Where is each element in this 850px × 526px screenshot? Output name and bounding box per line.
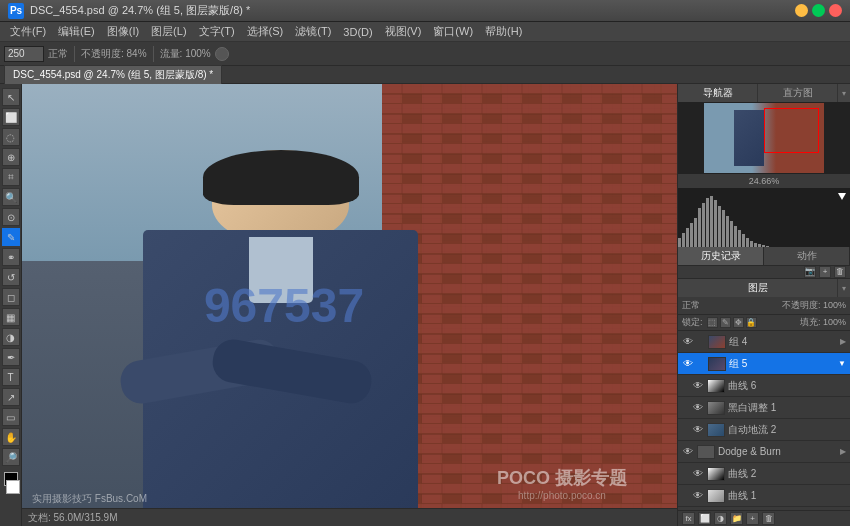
panel-collapse-btn[interactable]: ▾ <box>838 87 850 99</box>
svg-rect-25 <box>742 234 745 247</box>
path-select-tool[interactable]: ↗ <box>2 388 20 406</box>
layers-collapse-btn[interactable]: ▾ <box>838 282 850 294</box>
menu-3d[interactable]: 3D(D) <box>337 24 378 40</box>
lock-move-btn[interactable]: ✥ <box>733 317 744 328</box>
layers-toolbar: fx ⬜ ◑ 📁 + 🗑 <box>678 510 850 526</box>
toolbox: ↖ ⬜ ◌ ⊕ ⌗ 🔍 ⊙ ✎ ⚭ ↺ ◻ ▦ ◑ ✒ T ↗ ▭ ✋ 🔎 <box>0 84 22 526</box>
zoom-tool[interactable]: 🔎 <box>2 448 20 466</box>
new-state-btn[interactable]: + <box>819 266 831 278</box>
visibility-eye-icon[interactable]: 👁 <box>692 402 704 414</box>
maximize-button[interactable] <box>812 4 825 17</box>
lock-transparent-btn[interactable]: ⬚ <box>707 317 718 328</box>
new-adjustment-btn[interactable]: ◑ <box>714 512 727 525</box>
tab-navigator[interactable]: 导航器 <box>678 84 758 102</box>
layer-curves2[interactable]: 👁 曲线 2 <box>678 463 850 485</box>
menu-layer[interactable]: 图层(L) <box>145 22 192 41</box>
lasso-tool[interactable]: ◌ <box>2 128 20 146</box>
group-arrow-icon: ▼ <box>838 359 846 368</box>
pen-tool[interactable]: ✒ <box>2 348 20 366</box>
text-tool[interactable]: T <box>2 368 20 386</box>
menu-window[interactable]: 窗口(W) <box>427 22 479 41</box>
visibility-eye-icon[interactable]: 👁 <box>692 424 704 436</box>
visibility-eye-icon[interactable]: 👁 <box>682 336 694 348</box>
add-mask-btn[interactable]: ⬜ <box>698 512 711 525</box>
svg-rect-30 <box>762 245 765 247</box>
lock-all-btn[interactable]: 🔒 <box>746 317 757 328</box>
new-layer-btn[interactable]: + <box>746 512 759 525</box>
clone-tool[interactable]: ⚭ <box>2 248 20 266</box>
quick-select-tool[interactable]: ⊕ <box>2 148 20 166</box>
layer-dodgeburn[interactable]: 👁 Dodge & Burn ▶ <box>678 441 850 463</box>
group-arrow-icon: ▶ <box>840 447 846 456</box>
svg-marker-37 <box>838 193 846 200</box>
add-style-btn[interactable]: fx <box>682 512 695 525</box>
dodge-tool[interactable]: ◑ <box>2 328 20 346</box>
layer-name: Dodge & Burn <box>718 446 837 457</box>
tab-histogram[interactable]: 直方图 <box>758 84 838 102</box>
layer-thumbnail <box>707 467 725 481</box>
menu-edit[interactable]: 编辑(E) <box>52 22 101 41</box>
visibility-eye-icon[interactable]: 👁 <box>692 380 704 392</box>
hand-tool[interactable]: ✋ <box>2 428 20 446</box>
tab-history[interactable]: 历史记录 <box>678 247 764 265</box>
navigator-zoom: 24.66% <box>678 174 850 188</box>
layer-thumbnail <box>708 357 726 371</box>
history-brush-tool[interactable]: ↺ <box>2 268 20 286</box>
eyedropper-tool[interactable]: 🔍 <box>2 188 20 206</box>
navigator-panel <box>678 102 850 174</box>
menu-image[interactable]: 图像(I) <box>101 22 145 41</box>
svg-rect-27 <box>750 241 753 247</box>
tab-layers[interactable]: 图层 <box>678 279 838 297</box>
canvas-area[interactable]: 967537 实用摄影技巧 FsBus.CoM POCO 摄影专题 http:/… <box>22 84 677 526</box>
tab-actions[interactable]: 动作 <box>764 247 850 265</box>
layers-list: 👁 组 4 ▶ 👁 组 5 ▼ 👁 曲线 6 👁 <box>678 331 850 509</box>
menu-help[interactable]: 帮助(H) <box>479 22 528 41</box>
layer-curves6[interactable]: 👁 曲线 6 <box>678 375 850 397</box>
layer-group5[interactable]: 👁 组 5 ▼ <box>678 353 850 375</box>
panel-header-row1: 导航器 直方图 ▾ <box>678 84 850 102</box>
layer-name: 组 4 <box>729 335 837 349</box>
new-group-btn[interactable]: 📁 <box>730 512 743 525</box>
close-button[interactable] <box>829 4 842 17</box>
history-actions-tabs: 历史记录 动作 <box>678 247 850 265</box>
main-layout: ↖ ⬜ ◌ ⊕ ⌗ 🔍 ⊙ ✎ ⚭ ↺ ◻ ▦ ◑ ✒ T ↗ ▭ ✋ 🔎 <box>0 84 850 526</box>
brush-tool[interactable]: ✎ <box>2 228 20 246</box>
layer-name: 黑白调整 1 <box>728 401 846 415</box>
visibility-eye-icon[interactable]: 👁 <box>692 468 704 480</box>
visibility-eye-icon[interactable]: 👁 <box>682 446 694 458</box>
visibility-eye-icon[interactable]: 👁 <box>682 358 694 370</box>
menu-filter[interactable]: 滤镜(T) <box>289 22 337 41</box>
delete-layer-btn[interactable]: 🗑 <box>762 512 775 525</box>
brush-size-input[interactable] <box>4 46 44 62</box>
rectangle-select-tool[interactable]: ⬜ <box>2 108 20 126</box>
menu-file[interactable]: 文件(F) <box>4 22 52 41</box>
minimize-button[interactable] <box>795 4 808 17</box>
gradient-tool[interactable]: ▦ <box>2 308 20 326</box>
layer-bw1[interactable]: 👁 黑白调整 1 <box>678 397 850 419</box>
histogram-panel <box>678 188 850 247</box>
delete-state-btn[interactable]: 🗑 <box>834 266 846 278</box>
visibility-eye-icon[interactable]: 👁 <box>692 490 704 502</box>
svg-rect-15 <box>702 203 705 247</box>
window-controls[interactable] <box>795 4 842 17</box>
layer-thumbnail <box>707 379 725 393</box>
menu-text[interactable]: 文字(T) <box>193 22 241 41</box>
menu-view[interactable]: 视图(V) <box>379 22 428 41</box>
shape-tool[interactable]: ▭ <box>2 408 20 426</box>
move-tool[interactable]: ↖ <box>2 88 20 106</box>
menu-select[interactable]: 选择(S) <box>241 22 290 41</box>
layer-curves1[interactable]: 👁 曲线 1 <box>678 485 850 507</box>
flow-label: 流量: 100% <box>160 47 211 61</box>
layer-auto2[interactable]: 👁 自动地流 2 <box>678 419 850 441</box>
svg-rect-13 <box>694 218 697 247</box>
opacity-label: 不透明度: 84% <box>81 47 147 61</box>
eraser-tool[interactable]: ◻ <box>2 288 20 306</box>
airbrush-toggle[interactable] <box>215 47 229 61</box>
background-color[interactable] <box>6 480 20 494</box>
heal-tool[interactable]: ⊙ <box>2 208 20 226</box>
new-snapshot-btn[interactable]: 📷 <box>804 266 816 278</box>
crop-tool[interactable]: ⌗ <box>2 168 20 186</box>
layer-group4[interactable]: 👁 组 4 ▶ <box>678 331 850 353</box>
lock-paint-btn[interactable]: ✎ <box>720 317 731 328</box>
document-tab[interactable]: DSC_4554.psd @ 24.7% (组 5, 图层蒙版/8) * <box>4 65 222 84</box>
